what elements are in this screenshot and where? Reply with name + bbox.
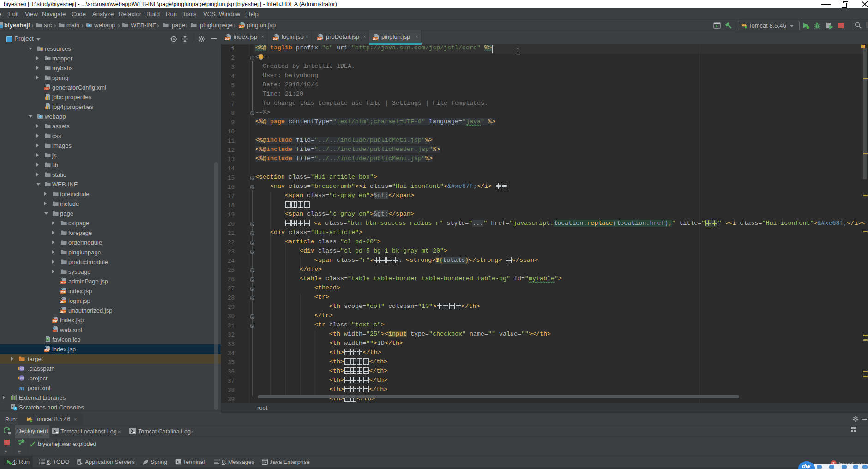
svg-text:JSP: JSP bbox=[52, 320, 57, 323]
svg-text:JSP: JSP bbox=[60, 291, 66, 294]
svg-text:m: m bbox=[19, 385, 24, 391]
svg-text:JSP: JSP bbox=[44, 349, 49, 352]
svg-text:JSP: JSP bbox=[373, 37, 378, 40]
svg-text:<>: <> bbox=[53, 330, 56, 332]
svg-text:<>: <> bbox=[45, 87, 49, 90]
svg-text:JSP: JSP bbox=[239, 25, 244, 28]
svg-text:JSP: JSP bbox=[60, 310, 66, 313]
svg-text:JSP: JSP bbox=[317, 37, 322, 40]
svg-text:JSP: JSP bbox=[60, 301, 66, 303]
svg-text:JSP: JSP bbox=[225, 37, 230, 40]
svg-text:JSP: JSP bbox=[273, 37, 278, 40]
svg-text:JSP: JSP bbox=[60, 281, 66, 284]
